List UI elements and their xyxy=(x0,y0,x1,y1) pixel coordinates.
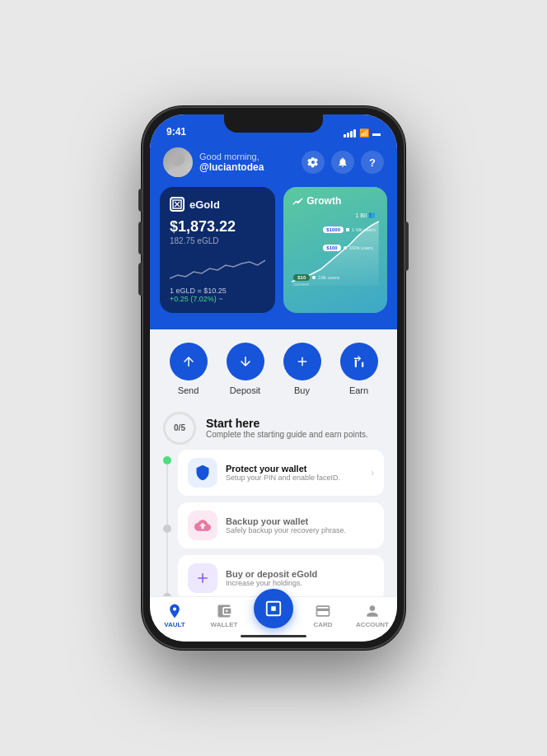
gear-icon xyxy=(307,156,319,168)
help-button[interactable]: ? xyxy=(361,151,384,174)
growth-title: Growth xyxy=(306,195,341,207)
protect-arrow: › xyxy=(371,467,374,478)
bell-icon xyxy=(337,156,348,168)
current-dot xyxy=(312,276,316,279)
send-action[interactable]: Send xyxy=(170,343,208,395)
send-label: Send xyxy=(178,385,199,395)
phone-screen: 9:41 📶 ▬ xyxy=(150,114,397,642)
start-text: Start here Complete the starting guide a… xyxy=(206,417,368,439)
backup-text: Backup your wallet Safely backup your re… xyxy=(226,516,374,534)
milestones: $1000 1 Mil users $100 100k users xyxy=(323,226,376,251)
timeline-line-2 xyxy=(166,533,168,593)
backup-title: Backup your wallet xyxy=(226,516,374,526)
status-icons: 📶 ▬ xyxy=(344,128,381,138)
growth-card[interactable]: Growth 1 xyxy=(283,187,387,313)
egold-icon xyxy=(170,197,185,212)
account-icon xyxy=(364,603,381,619)
nav-card[interactable]: CARD xyxy=(298,603,348,628)
buy-label: Buy xyxy=(294,385,310,395)
milestone-100-label: 100k users xyxy=(349,245,373,250)
milestone-1000-badge: $1000 xyxy=(323,226,344,233)
start-header: 0/5 Start here Complete the starting gui… xyxy=(163,412,384,445)
current-label: current xyxy=(293,274,309,289)
milestone-1000: $1000 1 Mil users xyxy=(323,226,376,233)
settings-button[interactable] xyxy=(302,151,325,174)
milestone-100-dot xyxy=(344,246,347,250)
phone-frame: 9:41 📶 ▬ xyxy=(142,106,405,650)
protect-subtitle: Setup your PIN and enable faceID. xyxy=(226,474,362,482)
start-title: Start here xyxy=(206,417,368,430)
avatar[interactable] xyxy=(163,147,193,177)
avatar-image xyxy=(163,147,193,177)
header-user-info: Good morning, @luciantodea xyxy=(163,147,264,177)
card-icon xyxy=(315,603,331,619)
deposit-button[interactable] xyxy=(227,343,264,380)
start-here-section: 0/5 Start here Complete the starting gui… xyxy=(150,402,397,608)
card-label: CARD xyxy=(313,621,332,628)
egold-card-header: eGold xyxy=(170,197,265,212)
send-button[interactable] xyxy=(170,343,208,380)
milestone-100: $100 100k users xyxy=(323,245,376,251)
send-icon xyxy=(181,354,196,369)
egold-title: eGold xyxy=(189,198,220,211)
nav-center[interactable] xyxy=(249,602,298,628)
buydeposit-title: Buy or deposit eGold xyxy=(226,569,374,579)
header-actions: ? xyxy=(302,151,384,174)
nav-account[interactable]: ACCOUNT xyxy=(348,603,397,628)
app-header: Good morning, @luciantodea ? xyxy=(150,141,397,187)
egold-change: +0.25 (7.02%) ~ xyxy=(170,295,265,303)
nav-wallet[interactable]: WALLET xyxy=(199,603,249,628)
timeline-dot-2 xyxy=(163,525,171,533)
earn-label: Earn xyxy=(349,385,368,395)
progress-circle: 0/5 xyxy=(163,412,196,445)
milestone-1000-label: 1 Mil users xyxy=(352,227,376,232)
nav-vault[interactable]: VAULT xyxy=(150,603,199,628)
earn-button[interactable] xyxy=(340,343,378,380)
timeline xyxy=(163,450,171,601)
start-subtitle: Complete the starting guide and earn poi… xyxy=(206,430,368,439)
volume-up-button xyxy=(138,222,142,254)
backup-subtitle: Safely backup your recovery phrase. xyxy=(226,526,374,534)
deposit-label: Deposit xyxy=(230,385,260,395)
battery-icon: ▬ xyxy=(372,128,381,138)
timeline-dot-1 xyxy=(163,456,171,464)
account-label: ACCOUNT xyxy=(356,621,389,628)
center-nav-icon xyxy=(264,600,283,618)
wallet-icon xyxy=(216,603,232,619)
greeting-container: Good morning, @luciantodea xyxy=(199,152,264,173)
username: @luciantodea xyxy=(199,161,264,173)
question-icon: ? xyxy=(369,156,376,169)
deposit-action[interactable]: Deposit xyxy=(227,343,264,395)
wifi-icon: 📶 xyxy=(359,128,369,138)
vault-icon xyxy=(166,603,183,619)
egold-card[interactable]: eGold $1,873.22 182.75 eGLD 1 eGLD = $10… xyxy=(160,187,275,313)
greeting-text: Good morning, xyxy=(199,152,264,161)
egold-balance: $1,873.22 xyxy=(170,218,265,236)
signal-icon xyxy=(344,129,356,138)
earn-icon xyxy=(352,354,367,369)
wallet-label: WALLET xyxy=(211,621,238,628)
progress-text: 0/5 xyxy=(174,423,185,432)
buydeposit-text: Buy or deposit eGold Increase your holdi… xyxy=(226,569,374,587)
buy-icon xyxy=(295,354,310,369)
protect-title: Protect your wallet xyxy=(226,464,362,474)
buy-button[interactable] xyxy=(283,343,321,380)
status-time: 9:41 xyxy=(166,126,186,138)
protect-wallet-item[interactable]: Protect your wallet Setup your PIN and e… xyxy=(178,450,384,496)
cards-section: eGold $1,873.22 182.75 eGLD 1 eGLD = $10… xyxy=(150,187,397,329)
timeline-line-1 xyxy=(166,464,168,525)
top-users-label: 1 Bil xyxy=(355,212,367,218)
svg-point-0 xyxy=(171,152,185,166)
backup-wallet-item[interactable]: Backup your wallet Safely backup your re… xyxy=(178,502,384,548)
svg-point-1 xyxy=(168,167,188,177)
current-users-label: 10k users xyxy=(318,275,339,280)
center-action-button[interactable] xyxy=(254,589,293,628)
notifications-button[interactable] xyxy=(331,151,354,174)
chart-icon xyxy=(292,195,303,207)
backup-icon xyxy=(188,511,217,540)
users-icon: 👥 xyxy=(368,212,376,218)
sparkline-chart xyxy=(170,255,265,280)
earn-action[interactable]: Earn xyxy=(340,343,378,395)
power-button xyxy=(405,222,409,271)
buy-action[interactable]: Buy xyxy=(283,343,321,395)
